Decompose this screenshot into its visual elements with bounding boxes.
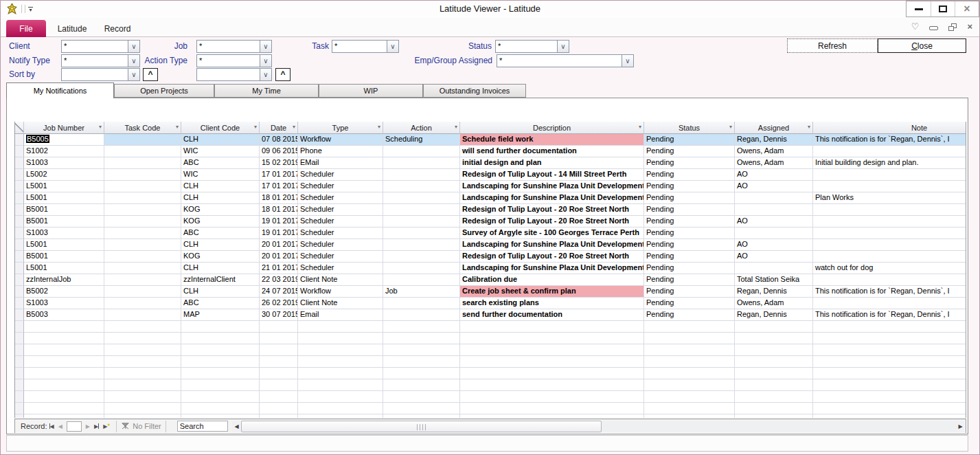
cell-description[interactable]: Landscaping for Sunshine Plaza Unit Deve… (460, 192, 644, 204)
close-button[interactable]: Close (878, 38, 966, 53)
cell-client-code[interactable]: WIC (181, 169, 260, 181)
cell-type[interactable]: Scheduler (298, 228, 383, 239)
cell-date[interactable]: 18 01 2017 (260, 192, 298, 204)
cell-action[interactable] (383, 274, 460, 286)
cell-status[interactable]: Pending (644, 192, 735, 204)
document-close-icon[interactable]: × (967, 23, 972, 31)
cell-type[interactable]: Scheduler (298, 181, 383, 192)
cell-task-code[interactable] (104, 192, 181, 204)
column-header-client-code[interactable]: Client Code▾ (181, 122, 260, 134)
cell-task-code[interactable] (104, 169, 181, 181)
sort-arrow-icon[interactable]: ▾ (176, 124, 179, 130)
status-combo[interactable]: * ∨ (495, 40, 569, 53)
cell-type[interactable]: Scheduler (298, 251, 383, 263)
row-selector[interactable] (15, 169, 24, 181)
row-selector[interactable] (15, 228, 24, 239)
column-header-type[interactable]: Type▾ (298, 122, 383, 134)
row-selector[interactable] (15, 309, 24, 321)
cell-note[interactable]: watch out for dog (813, 263, 966, 274)
row-selector[interactable] (15, 192, 24, 204)
sort-arrow-icon[interactable]: ▾ (378, 124, 380, 130)
cell-date[interactable]: 19 01 2017 (260, 216, 298, 228)
tab-open-projects[interactable]: Open Projects (114, 84, 214, 98)
row-selector[interactable] (15, 146, 24, 157)
cell-task-code[interactable] (104, 157, 181, 169)
cell-job-number[interactable]: L5002 (24, 169, 104, 181)
cell-assigned[interactable]: Regan, Dennis (735, 134, 813, 146)
cell-type[interactable]: Workflow (298, 286, 383, 298)
cell-date[interactable]: 22 03 2019 (260, 274, 298, 286)
cell-assigned[interactable] (735, 204, 813, 216)
cell-client-code[interactable]: ABC (181, 228, 260, 239)
cell-description[interactable]: Landscaping for Sunshine Plaza Unit Deve… (460, 263, 644, 274)
cell-description[interactable]: Redesign of Tulip Layout - 20 Roe Street… (460, 204, 644, 216)
cell-task-code[interactable] (104, 263, 181, 274)
cell-client-code[interactable]: CLH (181, 239, 260, 251)
row-selector[interactable] (15, 134, 24, 146)
cell-job-number[interactable]: L5001 (24, 192, 104, 204)
row-selector[interactable] (15, 286, 24, 298)
emp-group-combo[interactable]: * ∨ (497, 54, 634, 67)
cell-assigned[interactable]: AO (735, 181, 813, 192)
cell-task-code[interactable] (104, 286, 181, 298)
sort-arrow-icon[interactable]: ▾ (808, 124, 810, 130)
cell-status[interactable]: Pending (644, 274, 735, 286)
cell-type[interactable]: Scheduler (298, 204, 383, 216)
cell-task-code[interactable] (104, 298, 181, 309)
cell-type[interactable]: Scheduler (298, 216, 383, 228)
action-type-combo[interactable]: * ∨ (196, 54, 272, 67)
chevron-down-icon[interactable]: ∨ (387, 41, 398, 52)
document-restore-icon[interactable] (948, 23, 957, 31)
cell-job-number[interactable]: B5003 (24, 309, 104, 321)
close-window-button[interactable]: × (955, 1, 979, 16)
cell-status[interactable]: Pending (644, 286, 735, 298)
cell-type[interactable]: Client Note (298, 298, 383, 309)
cell-action[interactable] (383, 181, 460, 192)
column-header-note[interactable]: Note (813, 122, 966, 134)
cell-note[interactable]: Initial building design and plan. (813, 157, 966, 169)
cell-task-code[interactable] (104, 274, 181, 286)
cell-action[interactable]: Job (383, 286, 460, 298)
cell-client-code[interactable]: zzInternalClient (181, 274, 260, 286)
cell-job-number[interactable]: S1002 (24, 146, 104, 157)
row-selector[interactable] (15, 157, 24, 169)
ribbon-tab-latitude[interactable]: Latitude (52, 20, 93, 37)
row-selector[interactable] (15, 298, 24, 309)
cell-status[interactable]: Pending (644, 239, 735, 251)
chevron-down-icon[interactable]: ∨ (128, 69, 139, 80)
cell-client-code[interactable]: MAP (181, 309, 260, 321)
scroll-thumb[interactable] (241, 421, 602, 432)
row-selector[interactable] (15, 251, 24, 263)
cell-date[interactable]: 20 01 2017 (260, 251, 298, 263)
search-input[interactable] (177, 421, 228, 432)
sort-combo-2[interactable]: ∨ (196, 68, 272, 81)
cell-assigned[interactable]: AO (735, 216, 813, 228)
cell-description[interactable]: Redesign of Tulip Layout - 20 Roe Street… (460, 216, 644, 228)
cell-assigned[interactable] (735, 192, 813, 204)
row-selector[interactable] (15, 181, 24, 192)
cell-status[interactable]: Pending (644, 263, 735, 274)
cell-assigned[interactable]: Regan, Dennis (735, 309, 813, 321)
column-header-action[interactable]: Action▾ (383, 122, 460, 134)
chevron-down-icon[interactable]: ∨ (128, 41, 139, 52)
horizontal-scrollbar[interactable]: ◀ ▶ (232, 421, 965, 432)
cell-date[interactable]: 20 01 2017 (260, 239, 298, 251)
cell-description[interactable]: Create job sheet & confirm plan (460, 286, 644, 298)
sort-ascending-button-2[interactable]: ^ (275, 68, 290, 81)
cell-client-code[interactable]: CLH (181, 263, 260, 274)
chevron-down-icon[interactable]: ∨ (260, 41, 271, 52)
cell-status[interactable]: Pending (644, 169, 735, 181)
cell-note[interactable] (813, 216, 966, 228)
cell-job-number[interactable]: zzInternalJob (24, 274, 104, 286)
sort-arrow-icon[interactable]: ▾ (293, 124, 295, 130)
tab-my-notifications[interactable]: My Notifications (6, 82, 114, 98)
cell-description[interactable]: Schedule field work (460, 134, 644, 146)
cell-date[interactable]: 17 01 2017 (260, 181, 298, 192)
first-record-button[interactable]: ◀ (47, 421, 56, 432)
cell-status[interactable]: Pending (644, 251, 735, 263)
cell-action[interactable] (383, 309, 460, 321)
cell-type[interactable]: Phone (298, 146, 383, 157)
maximize-button[interactable] (931, 1, 955, 16)
cell-status[interactable]: Pending (644, 157, 735, 169)
cell-task-code[interactable] (104, 181, 181, 192)
